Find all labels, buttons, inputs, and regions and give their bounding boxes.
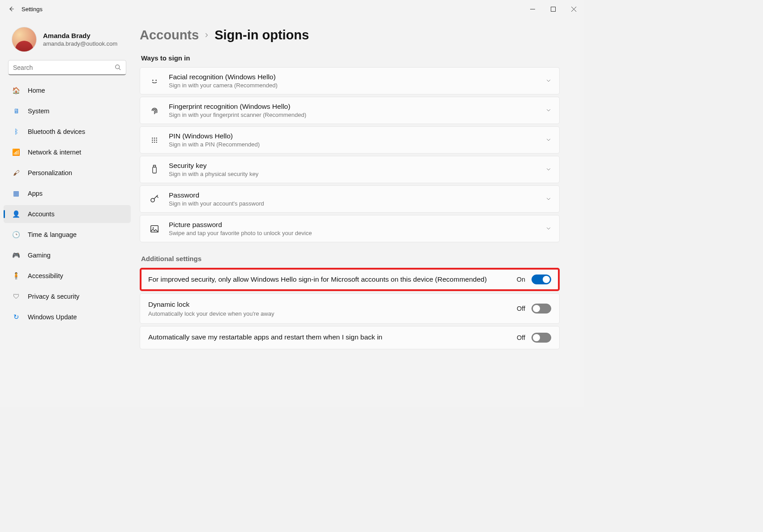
sidebar-nav: 🏠Home🖥SystemᛒBluetooth & devices📶Network… [4,82,131,326]
pin-icon [148,134,161,146]
face-icon [148,75,161,87]
maximize-icon [551,7,556,12]
picture-icon [148,223,161,235]
setting-title: Dynamic lock [148,300,517,309]
signin-method-card[interactable]: Picture passwordSwipe and tap your favor… [140,215,560,242]
titlebar: Settings [0,0,584,18]
search-icon [115,64,121,71]
sidebar-item-apps[interactable]: ▦Apps [4,184,131,202]
sidebar-item-update[interactable]: ↻Windows Update [4,308,131,326]
signin-method-card[interactable]: Fingerprint recognition (Windows Hello)S… [140,97,560,124]
card-subtitle: Sign in with your camera (Recommended) [169,82,546,89]
chevron-right-icon [204,31,209,39]
window-title: Settings [21,6,43,13]
breadcrumb-current: Sign-in options [214,28,309,43]
toggle-switch[interactable] [532,304,551,313]
close-button[interactable] [563,1,584,17]
main: Accounts Sign-in options Ways to sign in… [134,18,584,407]
signin-method-card[interactable]: PIN (Windows Hello)Sign in with a PIN (R… [140,126,560,154]
back-arrow-icon [8,6,14,12]
accounts-icon: 👤 [12,210,21,219]
profile-name: Amanda Brady [43,32,117,39]
minimize-button[interactable] [522,1,543,17]
sidebar-item-accounts[interactable]: 👤Accounts [4,205,131,223]
card-subtitle: Swipe and tap your favorite photo to unl… [169,230,546,236]
maximize-button[interactable] [543,1,563,17]
svg-point-11 [152,139,153,140]
sidebar-item-bluetooth[interactable]: ᛒBluetooth & devices [4,123,131,141]
sidebar-item-gaming[interactable]: 🎮Gaming [4,246,131,264]
toggle-switch[interactable] [532,275,551,284]
sidebar-item-label: Home [28,87,45,94]
sidebar-item-label: Privacy & security [28,293,79,300]
apps-icon: ▦ [12,189,21,198]
signin-method-card[interactable]: PasswordSign in with your account's pass… [140,185,560,213]
svg-point-21 [153,227,154,228]
search-box[interactable] [8,60,126,75]
chevron-down-icon [546,77,551,85]
card-title: Password [169,191,546,199]
card-title: Fingerprint recognition (Windows Hello) [169,103,546,111]
close-icon [571,7,576,12]
svg-point-9 [154,137,155,138]
svg-point-16 [156,142,157,142]
svg-point-6 [152,79,154,81]
svg-rect-18 [153,167,156,173]
setting-row: Automatically save my restartable apps a… [140,326,560,349]
svg-rect-1 [551,7,555,11]
profile-block[interactable]: Amanda Brady amanda.brady@outlook.com [4,24,131,60]
sidebar-item-personalization[interactable]: 🖌Personalization [4,164,131,182]
breadcrumb-parent[interactable]: Accounts [140,28,199,43]
sidebar-item-privacy[interactable]: 🛡Privacy & security [4,287,131,305]
sidebar-item-network[interactable]: 📶Network & internet [4,143,131,161]
sidebar-item-label: System [28,107,49,115]
toggle-state-label: Off [517,334,525,341]
setting-title: Automatically save my restartable apps a… [148,333,517,342]
sidebar: Amanda Brady amanda.brady@outlook.com 🏠H… [0,18,134,407]
sidebar-item-time[interactable]: 🕒Time & language [4,226,131,244]
privacy-icon: 🛡 [12,292,21,301]
card-title: Picture password [169,221,546,229]
network-icon: 📶 [12,148,21,157]
section-ways-label: Ways to sign in [141,54,560,62]
chevron-down-icon [546,166,551,174]
card-subtitle: Sign in with a physical security key [169,171,546,177]
card-subtitle: Sign in with a PIN (Recommended) [169,141,546,148]
svg-point-8 [152,137,153,138]
sidebar-item-label: Network & internet [28,149,81,156]
svg-point-15 [154,142,155,142]
svg-point-12 [154,139,155,140]
chevron-down-icon [546,195,551,203]
sidebar-item-label: Personalization [28,169,72,176]
card-subtitle: Sign in with your fingerprint scanner (R… [169,112,546,118]
sidebar-item-label: Accounts [28,210,55,218]
svg-point-10 [156,137,157,138]
card-title: PIN (Windows Hello) [169,132,546,140]
signin-method-card[interactable]: Facial recognition (Windows Hello)Sign i… [140,67,560,94]
search-input[interactable] [13,64,115,71]
chevron-down-icon [546,225,551,233]
fingerprint-icon [148,104,161,117]
setting-row: For improved security, only allow Window… [140,268,560,291]
svg-point-13 [156,139,157,140]
toggle-switch[interactable] [532,333,551,343]
signin-method-card[interactable]: Security keySign in with a physical secu… [140,156,560,183]
update-icon: ↻ [12,313,21,322]
sidebar-item-label: Accessibility [28,272,63,279]
accessibility-icon: 🧍 [12,271,21,280]
sidebar-item-system[interactable]: 🖥System [4,102,131,120]
usb-key-icon [148,163,161,176]
home-icon: 🏠 [12,86,21,95]
back-button[interactable] [4,2,18,16]
section-additional-label: Additional settings [141,255,560,262]
sidebar-item-accessibility[interactable]: 🧍Accessibility [4,267,131,285]
card-subtitle: Sign in with your account's password [169,200,546,207]
sidebar-item-label: Time & language [28,231,77,238]
sidebar-item-home[interactable]: 🏠Home [4,82,131,99]
minimize-icon [530,7,535,12]
gaming-icon: 🎮 [12,251,21,260]
bluetooth-icon: ᛒ [12,127,21,136]
setting-subtitle: Automatically lock your device when you'… [148,310,517,317]
svg-point-4 [116,65,120,69]
svg-point-7 [155,79,157,81]
